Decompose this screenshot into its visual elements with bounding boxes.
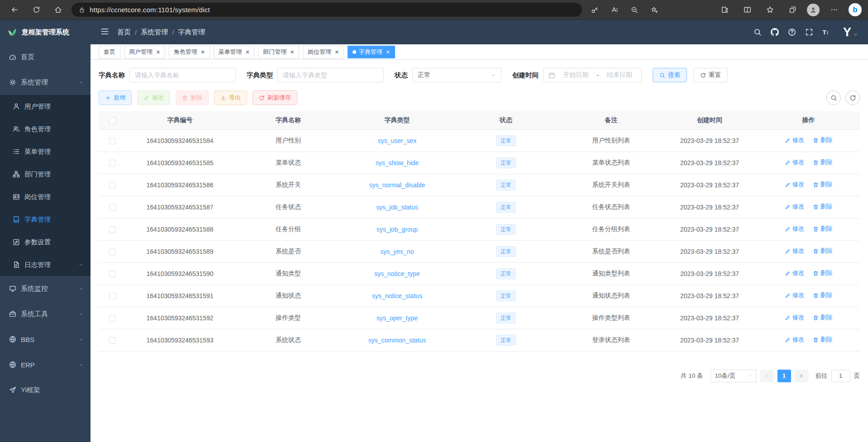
sidebar-item-post-mgmt[interactable]: 岗位管理 [0,185,91,208]
row-delete-button[interactable]: 删除 [813,291,833,299]
row-checkbox[interactable] [109,293,116,299]
page-size-select[interactable]: 10条/页 [711,370,757,382]
row-edit-button[interactable]: 修改 [785,181,805,189]
page-1-button[interactable]: 1 [777,370,791,382]
row-checkbox[interactable] [109,226,116,233]
row-edit-button[interactable]: 修改 [785,203,805,211]
profile-avatar[interactable] [807,4,820,16]
tab-post-mgmt[interactable]: 岗位管理× [303,46,344,58]
dict-type-link[interactable]: sys_common_status [368,337,426,344]
address-bar[interactable]: https://ccnetcore.com:1101/system/dict [72,3,582,17]
bing-icon[interactable]: b [849,3,862,16]
row-checkbox[interactable] [109,160,116,166]
close-icon[interactable]: × [335,48,339,55]
sidebar-item-system-mgmt[interactable]: 系统管理 [0,70,91,95]
tab-user-mgmt[interactable]: 用户管理× [124,46,165,58]
question-button[interactable] [785,25,799,39]
sidebar-item-param-settings[interactable]: 参数设置 [0,231,91,253]
dict-type-link[interactable]: sys_job_group [377,226,418,233]
row-delete-button[interactable]: 删除 [813,158,833,166]
dict-type-link[interactable]: sys_job_status [376,204,418,211]
row-delete-button[interactable]: 删除 [813,336,833,344]
tab-home[interactable]: 首页 [99,46,120,58]
row-checkbox[interactable] [109,271,116,277]
tab-dict-mgmt[interactable]: 字典管理× [348,46,395,58]
user-logo[interactable]: Y [843,26,858,38]
row-edit-button[interactable]: 修改 [785,136,805,144]
row-edit-button[interactable]: 修改 [785,158,805,166]
row-delete-button[interactable]: 删除 [813,203,833,211]
favorites-button[interactable] [762,3,778,17]
dict-type-link[interactable]: sys_oper_type [377,314,418,322]
sidebar-item-system-monitor[interactable]: 系统监控 [0,276,91,301]
toggle-search-button[interactable] [826,90,841,105]
close-icon[interactable]: × [290,48,294,55]
github-button[interactable] [768,25,782,39]
close-icon[interactable]: × [246,48,250,55]
next-page-button[interactable] [795,370,808,382]
dict-type-link[interactable]: sys_show_hide [376,159,419,166]
breadcrumb-item[interactable]: 首页 [117,28,131,37]
read-aloud-button[interactable] [606,3,623,17]
extensions-button[interactable] [716,3,733,17]
browser-back-button[interactable] [6,3,23,17]
refresh-cache-button[interactable]: 刷新缓存 [253,90,297,105]
dict-type-link[interactable]: sys_user_sex [378,137,417,144]
sidebar-item-role-mgmt[interactable]: 角色管理 [0,118,91,140]
reset-button[interactable]: 重置 [693,68,728,82]
row-edit-button[interactable]: 修改 [785,269,805,277]
sidebar-item-bbs[interactable]: BBS [0,327,91,352]
sidebar-item-home[interactable]: 首页 [0,44,91,70]
zoom-out-button[interactable] [626,3,643,17]
edit-button[interactable]: 修改 [137,90,170,105]
collections-button[interactable] [784,3,801,17]
sidebar-item-dept-mgmt[interactable]: 部门管理 [0,163,91,185]
sidebar-item-log-mgmt[interactable]: 日志管理 [0,253,91,276]
dict-name-input[interactable] [135,71,230,79]
close-icon[interactable]: × [201,48,205,55]
more-button[interactable] [826,3,842,17]
row-delete-button[interactable]: 删除 [813,247,833,255]
search-button[interactable]: 搜索 [653,68,687,82]
star-add-button[interactable] [646,3,663,17]
search-button[interactable] [751,25,764,39]
breadcrumb-item[interactable]: 系统管理 [141,28,168,37]
row-checkbox[interactable] [109,138,116,144]
tab-dept-mgmt[interactable]: 部门管理× [258,46,299,58]
dict-type-link[interactable]: sys_yes_no [381,248,414,255]
sidebar-item-yi-framework[interactable]: Yi框架 [0,377,91,403]
add-button[interactable]: 新增 [99,90,132,105]
dict-type-link[interactable]: sys_normal_disable [369,181,425,189]
row-edit-button[interactable]: 修改 [785,314,805,322]
tab-menu-mgmt[interactable]: 菜单管理× [214,46,255,58]
row-checkbox[interactable] [109,315,116,322]
row-checkbox[interactable] [109,182,116,189]
key-button[interactable] [587,3,603,17]
export-button[interactable]: 导出 [214,90,247,105]
sidebar-item-system-tools[interactable]: 系统工具 [0,301,91,327]
dict-type-link[interactable]: sys_notice_status [372,292,422,299]
select-all-checkbox[interactable] [109,117,116,124]
row-delete-button[interactable]: 删除 [813,225,833,233]
prev-page-button[interactable] [760,370,774,382]
row-checkbox[interactable] [109,337,116,344]
row-delete-button[interactable]: 删除 [813,269,833,277]
breadcrumb-item[interactable]: 字典管理 [178,28,205,37]
sidebar-toggle-button[interactable] [100,27,109,38]
row-checkbox[interactable] [109,248,116,255]
date-range-picker[interactable]: 开始日期 - 结束日期 [543,68,642,82]
row-edit-button[interactable]: 修改 [785,225,805,233]
goto-page-input[interactable] [831,370,850,382]
tab-role-mgmt[interactable]: 角色管理× [169,46,210,58]
row-edit-button[interactable]: 修改 [785,291,805,299]
browser-refresh-button[interactable] [28,3,44,17]
sidebar-item-erp[interactable]: ERP [0,352,91,377]
fullscreen-button[interactable] [802,25,816,39]
browser-home-button[interactable] [50,3,66,17]
row-delete-button[interactable]: 删除 [813,136,833,144]
row-delete-button[interactable]: 删除 [813,314,833,322]
sidebar-item-dict-mgmt[interactable]: 字典管理 [0,208,91,231]
row-delete-button[interactable]: 删除 [813,181,833,189]
close-icon[interactable]: × [156,48,160,55]
row-edit-button[interactable]: 修改 [785,336,805,344]
